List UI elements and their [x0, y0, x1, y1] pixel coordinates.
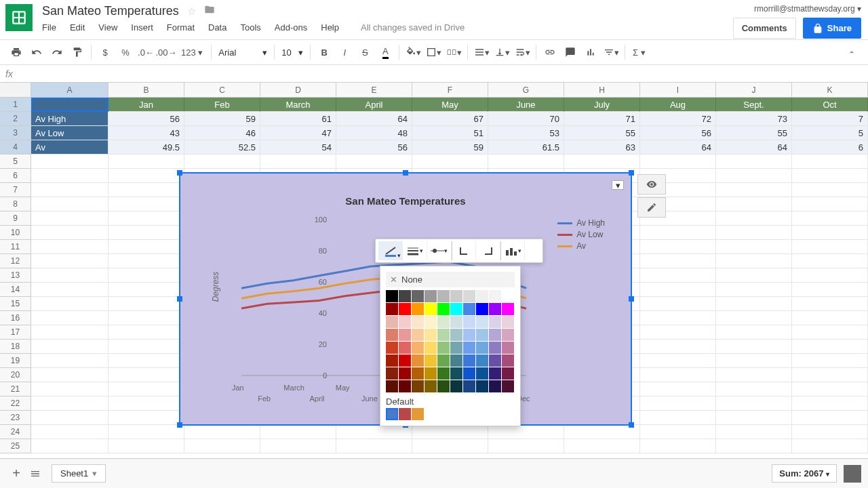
- cell[interactable]: 6: [792, 140, 868, 155]
- cell[interactable]: [792, 254, 868, 268]
- line-dash-button[interactable]: ▾: [427, 241, 452, 260]
- cell[interactable]: [640, 297, 716, 311]
- cell[interactable]: 59: [184, 112, 260, 126]
- color-swatch[interactable]: [425, 329, 437, 341]
- row-header[interactable]: 6: [0, 169, 31, 183]
- cell[interactable]: [108, 226, 184, 240]
- cell[interactable]: [716, 382, 792, 396]
- cell[interactable]: [31, 425, 108, 439]
- row-header[interactable]: 5: [0, 155, 31, 169]
- color-swatch[interactable]: [463, 380, 475, 392]
- cell[interactable]: April: [336, 98, 412, 112]
- menu-addons[interactable]: Add-ons: [275, 22, 307, 33]
- color-swatch[interactable]: [450, 329, 462, 341]
- cell[interactable]: Feb: [184, 98, 260, 112]
- color-swatch[interactable]: [476, 380, 488, 392]
- cell[interactable]: [260, 439, 336, 453]
- menu-view[interactable]: View: [98, 22, 117, 33]
- cell[interactable]: [31, 411, 108, 425]
- cell[interactable]: [336, 155, 412, 169]
- cell[interactable]: [792, 197, 868, 211]
- color-swatch[interactable]: [437, 380, 450, 392]
- cell[interactable]: [640, 226, 716, 240]
- axis-right-button[interactable]: [476, 241, 500, 260]
- chart-menu-dropdown[interactable]: ▾: [612, 180, 624, 190]
- color-swatch[interactable]: [425, 367, 437, 380]
- color-swatch[interactable]: [386, 316, 398, 328]
- color-swatch[interactable]: [502, 342, 514, 354]
- color-swatch[interactable]: [437, 316, 450, 328]
- resize-handle[interactable]: [629, 170, 634, 176]
- cell[interactable]: [31, 396, 108, 411]
- cell[interactable]: [184, 425, 260, 439]
- decrease-decimal-icon[interactable]: .0←: [136, 43, 155, 62]
- cell[interactable]: [31, 169, 108, 183]
- cell[interactable]: [108, 197, 184, 211]
- color-swatch[interactable]: [425, 303, 437, 315]
- cell[interactable]: [31, 268, 108, 283]
- cell[interactable]: 61.5: [488, 140, 564, 155]
- cell[interactable]: [31, 283, 108, 297]
- column-header[interactable]: E: [336, 83, 412, 97]
- color-swatch[interactable]: [437, 342, 450, 354]
- cell[interactable]: 67: [412, 112, 488, 126]
- cell[interactable]: [412, 439, 488, 453]
- cell[interactable]: 56: [640, 126, 716, 140]
- bold-icon[interactable]: B: [315, 43, 334, 62]
- cell[interactable]: Av: [31, 140, 108, 155]
- resize-handle[interactable]: [629, 422, 634, 428]
- currency-icon[interactable]: $: [96, 43, 115, 62]
- cell[interactable]: [640, 283, 716, 297]
- cell[interactable]: [792, 340, 868, 354]
- color-swatch[interactable]: [412, 316, 424, 328]
- color-swatch[interactable]: [463, 316, 475, 328]
- default-color-swatch[interactable]: [412, 408, 424, 420]
- cell[interactable]: [108, 382, 184, 396]
- cell[interactable]: [792, 240, 868, 254]
- color-swatch[interactable]: [476, 329, 488, 341]
- cell[interactable]: [716, 439, 792, 453]
- cell[interactable]: [108, 368, 184, 382]
- color-swatch[interactable]: [502, 329, 514, 341]
- cell[interactable]: [31, 197, 108, 211]
- cell[interactable]: March: [260, 98, 336, 112]
- cell[interactable]: 47: [260, 126, 336, 140]
- color-swatch[interactable]: [489, 380, 501, 392]
- account-email[interactable]: rmorrill@stmatthewsday.org ▾: [754, 4, 861, 14]
- row-header[interactable]: 19: [0, 354, 31, 368]
- cell[interactable]: [792, 268, 868, 283]
- color-swatch[interactable]: [502, 316, 514, 328]
- legend-item[interactable]: Av: [557, 241, 605, 251]
- cell[interactable]: [31, 254, 108, 268]
- cell[interactable]: [184, 439, 260, 453]
- cell[interactable]: [108, 396, 184, 411]
- cell[interactable]: [108, 240, 184, 254]
- cell[interactable]: 63: [564, 140, 640, 155]
- cell[interactable]: [412, 425, 488, 439]
- cell[interactable]: [792, 425, 868, 439]
- cell[interactable]: 54: [260, 140, 336, 155]
- cell[interactable]: [488, 425, 564, 439]
- cell[interactable]: [716, 283, 792, 297]
- cell[interactable]: [640, 155, 716, 169]
- cell[interactable]: [184, 155, 260, 169]
- filter-icon[interactable]: ▾: [601, 43, 620, 62]
- color-swatch[interactable]: [450, 354, 462, 367]
- color-swatch[interactable]: [386, 303, 398, 315]
- cell[interactable]: [260, 425, 336, 439]
- cell[interactable]: [31, 155, 108, 169]
- cell[interactable]: Oct: [792, 98, 868, 112]
- cell[interactable]: [31, 340, 108, 354]
- borders-icon[interactable]: ▾: [424, 43, 443, 62]
- cell[interactable]: May: [412, 98, 488, 112]
- cell[interactable]: [31, 311, 108, 325]
- color-swatch[interactable]: [463, 342, 475, 354]
- color-swatch[interactable]: [463, 303, 475, 315]
- color-swatch[interactable]: [386, 354, 398, 367]
- cell[interactable]: [792, 368, 868, 382]
- cell[interactable]: Jan: [108, 98, 184, 112]
- column-header[interactable]: F: [412, 83, 488, 97]
- color-swatch[interactable]: [399, 367, 411, 380]
- cell[interactable]: [792, 283, 868, 297]
- color-swatch[interactable]: [386, 329, 398, 341]
